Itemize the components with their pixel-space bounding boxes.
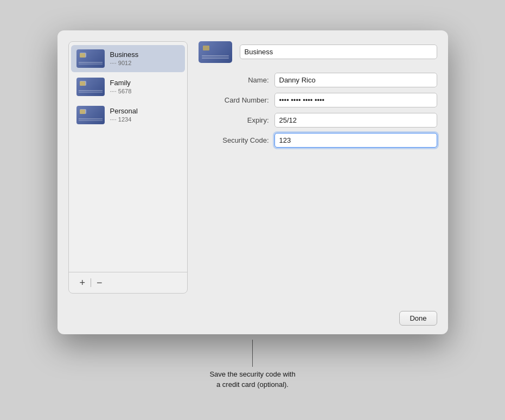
annotation-line1: Save the security code with: [209, 370, 295, 378]
card-preview-lines: [202, 54, 229, 59]
card-info-business: Business ···· 9012: [110, 50, 139, 66]
dialog: Business ···· 9012 Family ··: [57, 30, 448, 334]
annotation-line2: a credit card (optional).: [216, 380, 289, 389]
card-header: [199, 41, 437, 63]
card-info-family: Family ···· 5678: [110, 79, 132, 94]
card-list: Business ···· 9012 Family ··: [69, 42, 187, 272]
form-grid: Name: Card Number: Expiry: Security Code…: [199, 73, 437, 148]
security-code-label: Security Code:: [199, 136, 269, 144]
annotation-label: Save the security code with a credit car…: [209, 369, 295, 390]
card-preview-chip: [203, 46, 209, 50]
expiry-label: Expiry:: [199, 116, 269, 124]
card-item-family[interactable]: Family ···· 5678: [71, 73, 185, 100]
left-panel: Business ···· 9012 Family ··: [68, 41, 188, 294]
card-item-personal[interactable]: Personal ···· 1234: [71, 101, 185, 129]
card-name-business: Business: [110, 50, 139, 59]
card-info-personal: Personal ···· 1234: [110, 107, 138, 123]
name-label: Name:: [199, 76, 269, 84]
card-thumbnail-personal: [76, 106, 105, 124]
card-number-label: Card Number:: [199, 96, 269, 104]
card-name-personal: Personal: [110, 107, 138, 115]
left-footer: + −: [69, 272, 187, 293]
annotation-container: Save the security code with a credit car…: [209, 340, 295, 390]
outer-wrapper: Business ···· 9012 Family ··: [57, 30, 448, 390]
security-code-input[interactable]: [274, 133, 437, 148]
card-name-family: Family: [110, 79, 132, 87]
dialog-footer: Done: [57, 304, 448, 334]
expiry-input[interactable]: [274, 113, 437, 128]
remove-card-button[interactable]: −: [92, 277, 107, 289]
card-number-personal: ···· 1234: [110, 116, 138, 123]
card-item-business[interactable]: Business ···· 9012: [71, 45, 185, 72]
card-thumbnail-business: [76, 49, 105, 68]
card-number-business: ···· 9012: [110, 60, 139, 66]
footer-divider: [91, 278, 91, 287]
name-input[interactable]: [274, 73, 437, 87]
card-title-input[interactable]: [240, 44, 437, 59]
annotation-line: [252, 340, 253, 367]
done-button[interactable]: Done: [399, 311, 437, 326]
card-number-family: ···· 5678: [110, 88, 132, 94]
add-card-button[interactable]: +: [75, 277, 90, 289]
dialog-body: Business ···· 9012 Family ··: [57, 30, 448, 304]
card-thumbnail-family: [76, 78, 105, 96]
card-number-input[interactable]: [274, 93, 437, 107]
right-panel: Name: Card Number: Expiry: Security Code…: [199, 41, 437, 294]
card-preview: [199, 41, 232, 63]
